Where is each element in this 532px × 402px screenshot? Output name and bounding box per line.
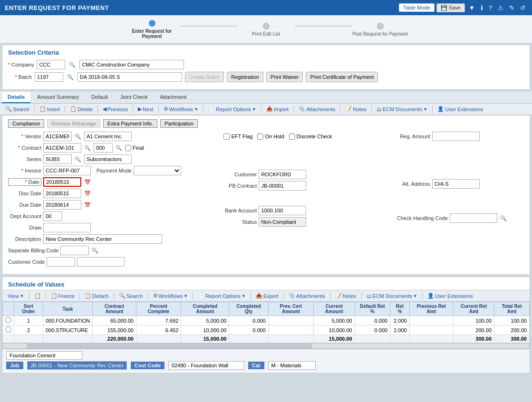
company-search-button[interactable]: 🔍 [68, 62, 77, 68]
company-name-input[interactable] [79, 60, 184, 69]
row-radio-1[interactable] [5, 326, 11, 333]
compliance-button[interactable]: Compliance [8, 119, 44, 128]
next-toolbar-button[interactable]: ▶ Next [135, 105, 156, 113]
help-icon-button[interactable]: ? [487, 3, 494, 12]
col-prev-cert-amount[interactable]: Prev. Cert Amount [268, 302, 313, 316]
refresh-icon-button[interactable]: ↺ [518, 3, 527, 12]
sov-view-button[interactable]: View ▼ [5, 292, 27, 300]
date-input[interactable] [43, 177, 81, 187]
attachments-toolbar-button[interactable]: 📎 Attachments [296, 105, 338, 113]
row-radio-0[interactable] [5, 317, 11, 323]
dropdown-button[interactable]: ▼ [467, 3, 477, 12]
tab-attachment[interactable]: Attachment [154, 92, 192, 103]
description-input[interactable] [43, 234, 162, 244]
contract-search-button[interactable]: 🔍 [83, 145, 92, 151]
sep-billing-search-button[interactable]: 🔍 [91, 248, 99, 254]
tab-details[interactable]: Details [2, 92, 30, 103]
tab-joint-check[interactable]: Joint Check [115, 92, 153, 103]
print-certificate-button[interactable]: Print Certificate of Payment [306, 72, 378, 82]
col-percent-complete[interactable]: Percent Complete [136, 302, 181, 316]
contract-code-input[interactable] [43, 143, 81, 153]
col-current-amount[interactable]: Current Amount [313, 302, 355, 316]
col-total-ret-amt[interactable]: Total Ret Amt [494, 302, 530, 316]
sov-ecm-button[interactable]: 🗂 ECM Documents ▼ [364, 292, 420, 300]
col-prev-ret-amt[interactable]: Previous Ret Amt [409, 302, 453, 316]
alert-icon-button[interactable]: ⚠ [496, 3, 505, 12]
col-sort-order[interactable]: Sort Order [14, 302, 43, 316]
import-toolbar-button[interactable]: 📥 Import [264, 105, 291, 113]
col-completed-amount[interactable]: Completed Amount [181, 302, 229, 316]
customer-code-input[interactable] [47, 257, 75, 267]
bank-account-input[interactable] [259, 206, 306, 215]
pb-contract-input[interactable] [259, 181, 306, 191]
sov-table-scroll[interactable]: Sort Order Task Contract Amount Percent … [2, 302, 530, 343]
sov-search-button[interactable]: 🔍 Search [116, 292, 145, 300]
draw-input[interactable] [43, 223, 91, 232]
sov-freeze-button[interactable]: 📋 Freeze [48, 292, 77, 300]
discrete-check-checkbox[interactable] [289, 134, 295, 140]
vendor-name-input[interactable] [84, 132, 132, 141]
series-name-input[interactable] [84, 154, 132, 164]
insert-toolbar-button[interactable]: 📋 Insert [37, 105, 63, 113]
due-date-input[interactable] [43, 200, 81, 210]
batch-search-button[interactable]: 🔍 [66, 74, 75, 80]
check-handling-search-button[interactable]: 🔍 [499, 215, 508, 221]
edit-icon-button[interactable]: ✎ [507, 3, 516, 12]
alt-address-input[interactable] [432, 179, 480, 189]
registration-button[interactable]: Registration [227, 72, 263, 82]
vendor-code-input[interactable] [43, 132, 72, 141]
step-post-request[interactable]: Post Request for Payment [352, 23, 409, 37]
batch-name-input[interactable] [77, 72, 182, 82]
participation-button[interactable]: Participation [160, 119, 198, 128]
reg-amount-input[interactable] [432, 132, 480, 141]
sov-detach-button[interactable]: 📋 Detach [82, 292, 111, 300]
previous-toolbar-button[interactable]: ◀ Previous [100, 105, 130, 113]
save-button[interactable]: 💾 Save [436, 3, 465, 12]
report-options-toolbar-button[interactable]: 📄 Report Options ▼ [206, 105, 259, 113]
step-print-edit[interactable]: Print Edit List [238, 23, 295, 37]
sep-billing-input[interactable] [60, 246, 89, 255]
step-enter-request[interactable]: Enter Request for Payment [124, 20, 181, 39]
extra-payment-button[interactable]: Extra Payment Info. [103, 119, 158, 128]
delete-toolbar-button[interactable]: 📋 Delete [68, 105, 95, 113]
col-current-ret-amt[interactable]: Current Ret Amt [453, 302, 494, 316]
workflows-toolbar-button[interactable]: ⚙ Workflows ▼ [161, 105, 201, 113]
tab-default[interactable]: Default [86, 92, 114, 103]
disc-date-calendar-button[interactable]: 📅 [83, 191, 92, 197]
payment-mode-select[interactable] [134, 166, 181, 175]
sov-workflows-button[interactable]: ⚙ Workflows ▼ [151, 292, 190, 300]
col-task[interactable]: Task [43, 302, 92, 316]
check-handling-input[interactable] [450, 213, 497, 223]
search-toolbar-button[interactable]: 🔍 Search [3, 105, 32, 113]
series-search-button[interactable]: 🔍 [74, 156, 82, 163]
customer-field-input[interactable] [259, 170, 306, 179]
notes-toolbar-button[interactable]: 📝 Notes [343, 105, 369, 113]
dept-account-input[interactable] [43, 211, 62, 221]
contract-seq-search-button[interactable]: 🔍 [115, 145, 123, 151]
col-ret-pct[interactable]: Ret % [390, 302, 410, 316]
info-icon-button[interactable]: ℹ [479, 3, 485, 12]
invoice-input[interactable] [43, 166, 91, 175]
date-calendar-button[interactable]: 📅 [83, 179, 92, 185]
tab-amount-summary[interactable]: Amount Summary [31, 92, 85, 103]
table-row[interactable]: 1 000.FOUNDATION 65,000.00 7.692 5,000.0… [3, 316, 530, 325]
on-hold-checkbox[interactable] [257, 134, 263, 140]
table-row[interactable]: 2 000.STRUCTURE 155,000.00 6.452 10,000.… [3, 325, 530, 335]
col-default-ret[interactable]: Default Ret % [355, 302, 390, 316]
user-ext-toolbar-button[interactable]: 👤 User Extensions [435, 105, 485, 113]
sov-user-ext-button[interactable]: 👤 User Extensions [425, 292, 475, 300]
vendor-search-button[interactable]: 🔍 [74, 134, 82, 140]
batch-number-input[interactable] [35, 72, 63, 82]
col-completed-qty[interactable]: Completed Qty [229, 302, 268, 316]
sov-report-button[interactable]: 📄 Report Options ▼ [195, 292, 248, 300]
ecm-toolbar-button[interactable]: 🗂 ECM Documents ▼ [374, 105, 430, 113]
company-code-input[interactable] [37, 60, 65, 69]
sov-attachments-button[interactable]: 📎 Attachments [286, 292, 328, 300]
print-waiver-button[interactable]: Print Waiver [266, 72, 303, 82]
horizontal-scrollbar[interactable] [2, 343, 530, 349]
final-checkbox[interactable] [125, 145, 131, 151]
sov-add-row-button[interactable]: 📋 [32, 292, 43, 300]
eft-flag-checkbox[interactable] [223, 134, 230, 140]
sov-notes-button[interactable]: 📝 Notes [333, 292, 359, 300]
table-mode-button[interactable]: Table Mode [399, 3, 435, 12]
